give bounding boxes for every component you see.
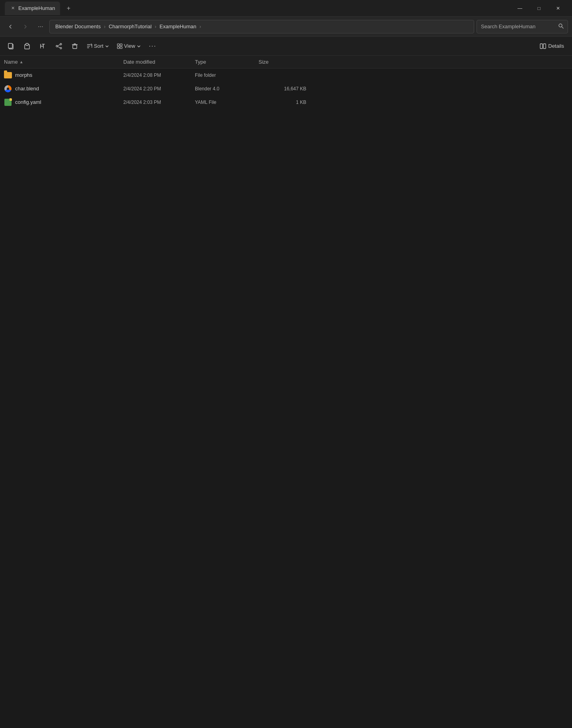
file-name: char.blend xyxy=(15,86,123,92)
file-name: config.yaml xyxy=(15,99,123,105)
file-list: morphs 2/4/2024 2:08 PM File folder char… xyxy=(0,68,572,109)
search-icon[interactable] xyxy=(558,23,564,30)
minimize-button[interactable]: — xyxy=(511,2,529,15)
search-bar[interactable]: Search ExampleHuman xyxy=(477,20,568,33)
view-button[interactable]: View xyxy=(114,39,144,53)
svg-rect-23 xyxy=(543,44,546,49)
table-row[interactable]: config.yaml 2/4/2024 2:03 PM YAML File 1… xyxy=(0,96,572,109)
new-tab-button[interactable]: + xyxy=(63,3,74,14)
folder-icon xyxy=(4,71,12,79)
title-bar: ✕ ExampleHuman + — □ ✕ xyxy=(0,0,572,17)
breadcrumb-charmorph-tutorial[interactable]: CharmorphTutorial xyxy=(107,23,153,30)
rename-button[interactable] xyxy=(36,39,50,53)
column-header-size[interactable]: Size xyxy=(259,59,306,65)
svg-rect-3 xyxy=(8,43,12,48)
file-date: 2/4/2024 2:20 PM xyxy=(123,86,195,92)
breadcrumb-example-human[interactable]: ExampleHuman xyxy=(158,23,198,30)
file-type: File folder xyxy=(195,72,259,78)
sort-icon xyxy=(87,43,92,49)
tab-close[interactable]: ✕ xyxy=(10,5,16,12)
breadcrumb-sep-3: › xyxy=(200,24,201,29)
breadcrumb: Blender Documents › CharmorphTutorial › … xyxy=(49,20,474,33)
file-size: 1 KB xyxy=(259,100,306,105)
paste-button[interactable] xyxy=(20,39,34,53)
breadcrumb-blender-documents[interactable]: Blender Documents xyxy=(54,23,102,30)
details-icon xyxy=(540,43,546,49)
blender-icon xyxy=(4,85,12,93)
file-list-header: Name ▲ Date modified Type Size xyxy=(0,56,572,68)
title-bar-left: ✕ ExampleHuman + xyxy=(5,2,511,15)
column-header-date[interactable]: Date modified xyxy=(123,59,195,65)
svg-rect-11 xyxy=(73,45,77,49)
svg-rect-20 xyxy=(117,47,119,49)
svg-line-9 xyxy=(58,45,60,46)
breadcrumb-sep-1: › xyxy=(104,24,105,29)
yaml-icon xyxy=(4,98,12,106)
more-options-button[interactable]: ··· xyxy=(146,39,160,53)
svg-line-1 xyxy=(562,27,563,28)
sort-chevron-icon xyxy=(105,44,109,48)
copy-button[interactable] xyxy=(4,39,18,53)
svg-rect-5 xyxy=(26,43,28,45)
svg-rect-19 xyxy=(120,44,122,46)
toolbar: Sort View ··· Details xyxy=(0,37,572,56)
view-label: View xyxy=(124,43,135,49)
svg-rect-22 xyxy=(540,44,543,49)
sort-arrow-icon: ▲ xyxy=(19,60,23,64)
svg-point-8 xyxy=(60,47,62,49)
delete-button[interactable] xyxy=(68,39,82,53)
table-row[interactable]: morphs 2/4/2024 2:08 PM File folder xyxy=(0,68,572,82)
column-header-name[interactable]: Name ▲ xyxy=(4,59,123,65)
tab-item[interactable]: ✕ ExampleHuman xyxy=(5,2,60,15)
address-bar: ··· Blender Documents › CharmorphTutoria… xyxy=(0,17,572,37)
view-chevron-icon xyxy=(137,44,141,48)
view-icon xyxy=(117,43,123,49)
forward-button[interactable] xyxy=(19,20,32,33)
tab-label: ExampleHuman xyxy=(18,5,55,11)
search-placeholder-text: Search ExampleHuman xyxy=(481,23,556,29)
more-nav-button[interactable]: ··· xyxy=(34,20,47,33)
file-date: 2/4/2024 2:08 PM xyxy=(123,72,195,78)
svg-line-10 xyxy=(58,47,60,48)
breadcrumb-sep-2: › xyxy=(155,24,156,29)
share-button[interactable] xyxy=(52,39,66,53)
column-header-type[interactable]: Type xyxy=(195,59,259,65)
file-date: 2/4/2024 2:03 PM xyxy=(123,100,195,105)
file-name: morphs xyxy=(15,72,123,78)
svg-point-7 xyxy=(56,45,58,47)
file-type: YAML File xyxy=(195,100,259,105)
back-button[interactable] xyxy=(4,20,17,33)
maximize-button[interactable]: □ xyxy=(530,2,548,15)
sort-button[interactable]: Sort xyxy=(84,39,112,53)
file-type: Blender 4.0 xyxy=(195,86,259,92)
details-label: Details xyxy=(548,43,564,49)
svg-rect-18 xyxy=(117,44,119,46)
file-size: 16,647 KB xyxy=(259,86,306,92)
details-button[interactable]: Details xyxy=(536,39,568,53)
close-button[interactable]: ✕ xyxy=(549,2,567,15)
window-controls: — □ ✕ xyxy=(511,2,567,15)
svg-point-6 xyxy=(60,43,62,45)
svg-rect-21 xyxy=(120,47,122,49)
sort-label: Sort xyxy=(94,43,103,49)
table-row[interactable]: char.blend 2/4/2024 2:20 PM Blender 4.0 … xyxy=(0,82,572,96)
